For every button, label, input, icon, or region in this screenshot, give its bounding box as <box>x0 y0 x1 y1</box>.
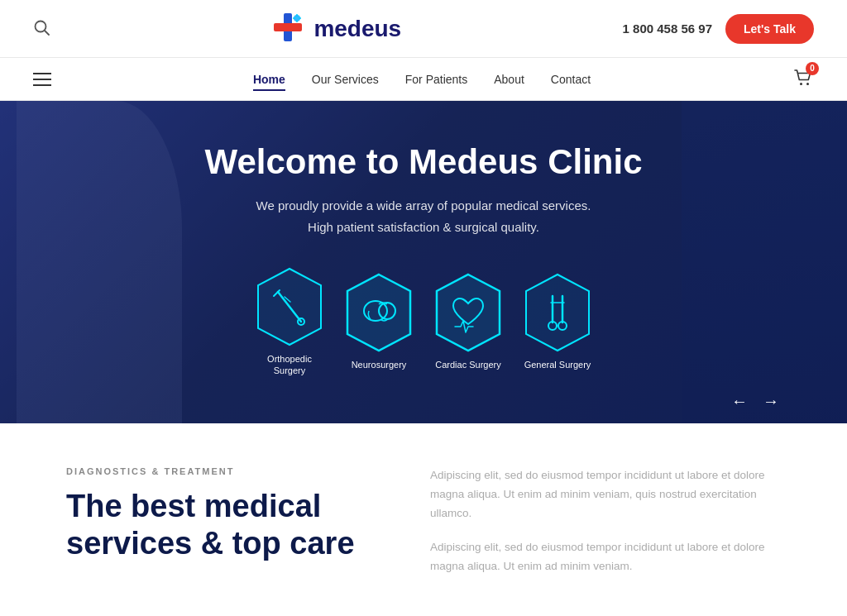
hero-subtitle: We proudly provide a wide array of popul… <box>0 195 847 237</box>
section-tag: DIAGNOSTICS & TREATMENT <box>66 466 380 476</box>
service-neuro[interactable]: Neurosurgery <box>342 273 415 370</box>
hero-section: Welcome to Medeus Clinic We proudly prov… <box>0 101 847 423</box>
logo: medeus <box>270 10 401 48</box>
arrow-right-button[interactable]: → <box>763 392 781 411</box>
hero-subtitle-line2: High patient satisfaction & surgical qua… <box>308 220 539 234</box>
nav-item-contact[interactable]: Contact <box>551 72 591 87</box>
nav-item-patients[interactable]: For Patients <box>405 72 467 87</box>
diagnostics-left: DIAGNOSTICS & TREATMENT The best medical… <box>66 466 380 591</box>
search-icon[interactable] <box>33 19 50 39</box>
hex-general <box>521 273 594 352</box>
nav-link-patients[interactable]: For Patients <box>405 73 467 89</box>
hex-orthopedic <box>253 267 326 346</box>
service-general-label: General Surgery <box>524 359 591 370</box>
service-general[interactable]: General Surgery <box>521 273 594 370</box>
logo-icon <box>270 10 305 48</box>
service-neuro-label: Neurosurgery <box>352 359 407 370</box>
diagnostics-para2: Adipiscing elit, sed do eiusmod tempor i… <box>430 538 781 576</box>
nav-item-services[interactable]: Our Services <box>312 72 379 87</box>
phone-number: 1 800 458 56 97 <box>623 21 712 36</box>
nav-item-home[interactable]: Home <box>253 72 285 87</box>
section-title-line1: The best medical <box>66 489 321 523</box>
section-title: The best medical services & top care <box>66 488 380 562</box>
nav-link-about[interactable]: About <box>494 73 524 89</box>
svg-line-1 <box>45 31 49 35</box>
nav-link-home[interactable]: Home <box>253 73 285 91</box>
nav-link-services[interactable]: Our Services <box>312 73 379 89</box>
service-cardiac[interactable]: Cardiac Surgery <box>432 273 505 370</box>
arrow-left-button[interactable]: ← <box>731 392 749 411</box>
logo-text: medeus <box>313 16 401 42</box>
diagnostics-para1: Adipiscing elit, sed do eiusmod tempor i… <box>430 466 781 523</box>
hamburger-menu[interactable] <box>33 73 51 86</box>
svg-rect-3 <box>274 23 302 31</box>
hex-neuro <box>342 273 415 352</box>
service-cardiac-label: Cardiac Surgery <box>435 359 500 370</box>
diagnostics-right: Adipiscing elit, sed do eiusmod tempor i… <box>430 466 781 591</box>
cart-icon[interactable]: 0 <box>792 67 814 92</box>
svg-point-9 <box>800 83 802 85</box>
cart-badge: 0 <box>806 62 819 75</box>
nav-links: Home Our Services For Patients About Con… <box>253 72 591 87</box>
nav-bar: Home Our Services For Patients About Con… <box>0 58 847 101</box>
section-title-line2: services & top care <box>66 526 355 561</box>
hero-subtitle-line1: We proudly provide a wide array of popul… <box>256 198 591 212</box>
hero-title: Welcome to Medeus Clinic <box>0 142 847 182</box>
top-bar: medeus 1 800 458 56 97 Let's Talk <box>0 0 847 58</box>
hex-cardiac <box>432 273 505 352</box>
svg-point-10 <box>806 83 809 85</box>
phone-area: 1 800 458 56 97 Let's Talk <box>623 14 814 44</box>
services-row: OrthopedicSurgery Neurosurgery <box>0 267 847 377</box>
service-orthopedic-label: OrthopedicSurgery <box>267 353 312 377</box>
lets-talk-button[interactable]: Let's Talk <box>725 14 814 44</box>
hero-content: Welcome to Medeus Clinic We proudly prov… <box>0 101 847 411</box>
service-orthopedic[interactable]: OrthopedicSurgery <box>253 267 326 377</box>
nav-item-about[interactable]: About <box>494 72 524 87</box>
diagnostics-section: DIAGNOSTICS & TREATMENT The best medical… <box>0 423 847 616</box>
hero-arrows: ← → <box>0 392 847 411</box>
nav-link-contact[interactable]: Contact <box>551 73 591 89</box>
